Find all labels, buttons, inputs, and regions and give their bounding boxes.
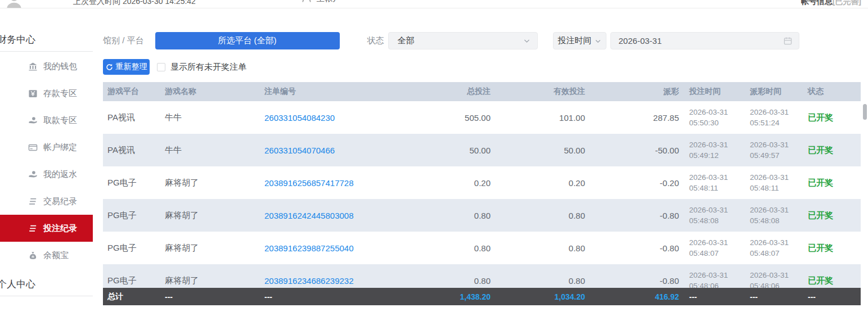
cell-payout-time: 2026-03-3105:51:24 <box>744 107 803 128</box>
footer-dash: --- <box>744 292 803 301</box>
bank-icon <box>28 62 38 71</box>
cell-platform: PA视讯 <box>103 145 160 156</box>
cell-total-bet: 0.80 <box>419 276 495 286</box>
table-row: PG电子 麻将胡了 2038916242445803008 0.80 0.80 … <box>103 199 861 232</box>
list-icon <box>28 197 38 206</box>
refresh-button[interactable]: 重新整理 <box>103 59 150 75</box>
main-account-switcher[interactable]: 主帐户 <box>301 0 340 4</box>
cell-payout-time: 2026-03-3105:48:11 <box>744 172 803 193</box>
cell-game: 麻将胡了 <box>160 243 259 254</box>
account-info-status: [已完善] <box>833 0 861 6</box>
footer-valid-bet: 1,034.20 <box>495 292 590 301</box>
cell-bet-time: 2026-03-3105:50:30 <box>683 107 744 128</box>
sidebar-item-label: 投注纪录 <box>43 223 77 234</box>
calendar-icon <box>784 37 792 45</box>
cell-platform: PG电子 <box>103 210 160 221</box>
bet-id-link[interactable]: 2038916256857417728 <box>264 178 354 188</box>
bet-id-link[interactable]: 2038916242445803008 <box>264 211 354 220</box>
sidebar-item-account-binding[interactable]: 帐户绑定 <box>0 134 93 161</box>
user-avatar-icon[interactable] <box>5 0 24 8</box>
bet-id-link[interactable]: 2038916239887255040 <box>264 243 354 253</box>
person-icon <box>301 0 312 3</box>
sidebar-item-rebate[interactable]: 我的返水 <box>0 161 93 188</box>
sidebar-item-label: 取款专区 <box>43 115 77 126</box>
bet-id-link[interactable]: 260331054084230 <box>264 113 335 123</box>
sidebar-item-deposit[interactable]: 存款专区 <box>0 80 93 107</box>
sidebar-item-my-wallet[interactable]: 我的钱包 <box>0 53 93 80</box>
col-header-game: 游戏名称 <box>160 87 259 97</box>
footer-payout: 416.92 <box>590 292 683 301</box>
footer-dash: --- <box>803 292 861 301</box>
cell-total-bet: 505.00 <box>419 113 495 123</box>
footer-dash: --- <box>683 292 744 301</box>
table-body: PA视讯 牛牛 260331054084230 505.00 101.00 28… <box>103 101 861 288</box>
cell-game: 麻将胡了 <box>160 178 259 188</box>
show-unsettled-checkbox[interactable] <box>157 63 165 71</box>
cell-bet-time: 2026-03-3105:49:12 <box>683 139 744 161</box>
status-select[interactable]: 全部 <box>388 32 538 49</box>
status-badge: 已开奖 <box>808 178 833 187</box>
cell-platform: PG电子 <box>103 243 160 254</box>
bet-records-table: 游戏平台 游戏名称 注单编号 总投注 有效投注 派彩 投注时间 派彩时间 状态 … <box>103 82 861 305</box>
status-badge: 已开奖 <box>808 243 833 252</box>
cell-payout: -0.80 <box>590 276 683 286</box>
show-unsettled-label: 显示所有未开奖注单 <box>170 62 246 73</box>
status-badge: 已开奖 <box>808 112 833 122</box>
bet-id-link[interactable]: 2038916234686239232 <box>264 276 354 286</box>
sidebar-menu: 我的钱包 存款专区 取款专区 帐户绑定 我的返水 <box>0 53 93 269</box>
cell-payout-time: 2026-03-3105:48:08 <box>744 205 803 226</box>
cell-payout-time: 2026-03-3105:49:57 <box>744 139 803 161</box>
selected-platform-button[interactable]: 所选平台 (全部) <box>155 32 340 49</box>
sidebar-item-betting-records[interactable]: 投注纪录 <box>0 215 93 242</box>
table-row: PG电子 麻将胡了 2038916256857417728 0.20 0.20 … <box>103 166 861 199</box>
sidebar-item-label: 存款专区 <box>43 88 77 99</box>
bank-card-icon <box>28 143 38 152</box>
table-row: PG电子 麻将胡了 2038916239887255040 0.80 0.80 … <box>103 232 861 264</box>
account-info-link[interactable]: 帐号信息[已完善] <box>801 0 861 7</box>
cell-valid-bet: 0.20 <box>495 178 590 188</box>
status-badge: 已开奖 <box>808 145 833 155</box>
refresh-icon <box>106 64 113 71</box>
table-row: PA视讯 牛牛 260331054070466 50.00 50.00 -50.… <box>103 134 861 166</box>
cell-payout: -50.00 <box>590 146 683 155</box>
sidebar-item-label: 我的钱包 <box>43 61 77 72</box>
sidebar-item-label: 我的返水 <box>43 169 77 180</box>
bet-time-dropdown[interactable]: 投注时间 <box>553 32 606 49</box>
sidebar-item-withdraw[interactable]: 取款专区 <box>0 107 93 134</box>
sidebar-item-label: 交易纪录 <box>43 196 77 207</box>
vertical-scrollbar-thumb[interactable] <box>863 104 867 120</box>
main-account-label: 主帐户 <box>317 0 340 4</box>
cell-valid-bet: 0.80 <box>495 243 590 253</box>
col-header-bet-id: 注单编号 <box>259 87 419 97</box>
sidebar-item-yuebao[interactable]: 余额宝 <box>0 242 93 269</box>
col-header-total-bet: 总投注 <box>419 87 495 97</box>
last-login-time: 上次登入时间 2026-03-30 14:25:42 <box>73 0 196 7</box>
list-icon <box>28 224 38 233</box>
footer-dash: --- <box>160 292 259 301</box>
status-select-value: 全部 <box>398 35 415 46</box>
filter-row: 馆别 / 平台 所选平台 (全部) 状态 全部 投注时间 2026-03-31 <box>103 32 868 49</box>
cell-game: 麻将胡了 <box>160 275 259 286</box>
cell-total-bet: 0.80 <box>419 243 495 253</box>
filter-row-secondary: 重新整理 显示所有未开奖注单 <box>103 59 868 75</box>
col-header-payout-time: 派彩时间 <box>744 87 803 97</box>
cell-total-bet: 0.80 <box>419 211 495 220</box>
chevron-down-icon <box>595 38 601 44</box>
money-bag-icon <box>28 251 38 260</box>
cell-bet-time: 2026-03-3105:48:08 <box>683 205 744 226</box>
sidebar-heading-personal: 个人中心 <box>0 278 93 296</box>
cell-payout: -0.80 <box>590 243 683 253</box>
topbar: 上次登入时间 2026-03-30 14:25:42 主帐户 帐号信息[已完善] <box>0 0 868 8</box>
cell-game: 麻将胡了 <box>160 210 259 221</box>
bet-id-link[interactable]: 260331054070466 <box>264 146 335 155</box>
status-filter-label: 状态 <box>367 35 384 46</box>
sidebar-item-transaction-records[interactable]: 交易纪录 <box>0 188 93 215</box>
table-footer-row: 总计 --- --- 1,438.20 1,034.20 416.92 --- … <box>103 288 861 305</box>
footer-total-label: 总计 <box>103 292 160 302</box>
cell-bet-time: 2026-03-3105:48:11 <box>683 172 744 193</box>
date-input[interactable]: 2026-03-31 <box>610 32 799 49</box>
cell-total-bet: 0.20 <box>419 178 495 188</box>
cell-valid-bet: 101.00 <box>495 113 590 123</box>
main-content: 馆别 / 平台 所选平台 (全部) 状态 全部 投注时间 2026-03-31 <box>93 8 868 305</box>
cell-total-bet: 50.00 <box>419 146 495 155</box>
